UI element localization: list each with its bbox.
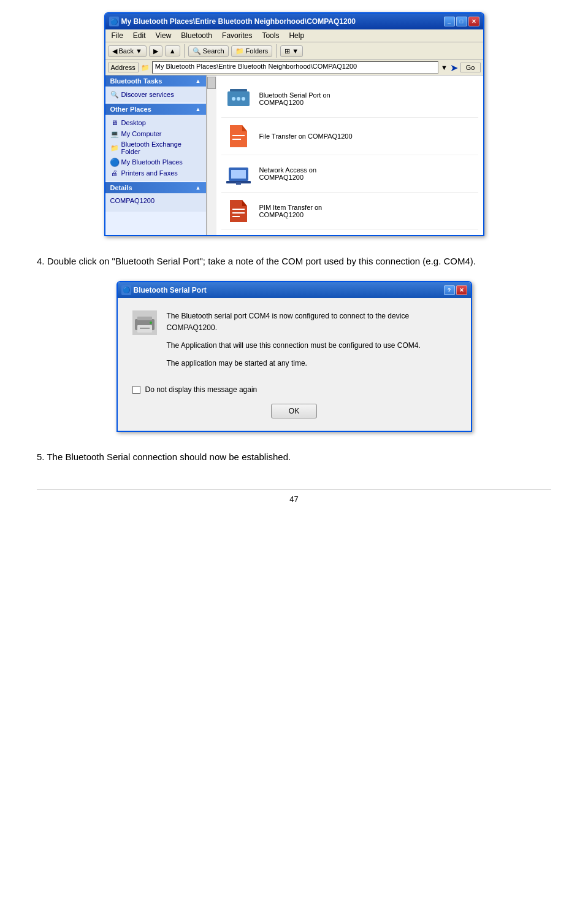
dialog-message-2: The Application that will use this conne… [167,340,456,352]
dialog-titlebar-controls: ? ✕ [444,285,467,295]
svg-rect-25 [140,328,150,329]
pim-sync-icon [224,234,253,235]
menu-view[interactable]: View [153,31,174,40]
step5-number: 5. [37,452,45,462]
back-button[interactable]: ◀ Back ▼ [108,45,147,57]
forward-icon: ▶ [153,47,158,55]
dialog-icon-row: The Bluetooth serial port COM4 is now co… [132,310,456,376]
svg-point-2 [232,97,235,101]
toolbar-separator-2 [276,44,277,58]
bluetooth-places-label: My Bluetooth Places [121,158,183,166]
discover-services-icon: 🔍 [110,90,119,99]
dialog-text-block: The Bluetooth serial port COM4 is now co… [167,310,456,376]
dialog-checkbox[interactable] [132,386,140,394]
bluetooth-tasks-label: Bluetooth Tasks [110,77,162,85]
serial-port-label: Bluetooth Serial Port onCOMPAQ1200 [259,91,330,106]
sidebar-item-compaq: COMPAQ1200 [109,196,202,206]
svg-marker-14 [242,200,247,206]
menu-edit[interactable]: Edit [131,31,148,40]
sidebar-item-bluetooth-exchange[interactable]: 📁 Bluetooth Exchange Folder [109,139,202,156]
svg-rect-1 [230,89,247,91]
menu-file[interactable]: File [109,31,126,40]
sidebar: Bluetooth Tasks ▲ 🔍 Discover services Ot… [105,75,207,235]
sidebar-section-header-other-places[interactable]: Other Places ▲ [105,104,206,115]
sidebar-item-discover-services[interactable]: 🔍 Discover services [109,89,202,100]
menu-tools[interactable]: Tools [259,31,281,40]
back-arrow: ▼ [136,47,142,55]
dialog-ok-button[interactable]: OK [271,404,317,418]
address-dropdown-icon[interactable]: ▼ [441,64,448,71]
folders-label: Folders [246,47,269,55]
views-button[interactable]: ⊞ ▼ [280,45,303,57]
content-item-network-access[interactable]: Network Access onCOMPAQ1200 [221,155,478,193]
step5-content: The Bluetooth Serial connection should n… [47,452,291,462]
search-icon: 🔍 [193,47,201,55]
address-arrow-icon: ➤ [450,62,458,74]
sidebar-item-my-computer[interactable]: 💻 My Computer [109,128,202,139]
forward-button[interactable]: ▶ [149,45,162,57]
up-button[interactable]: ▲ [165,45,180,56]
go-button[interactable]: Go [460,63,481,72]
sidebar-item-bluetooth-places[interactable]: 🔵 My Bluetooth Places [109,156,202,167]
window-menubar: File Edit View Bluetooth Favorites Tools… [105,29,483,42]
views-icon: ⊞ [284,47,290,55]
back-icon: ◀ [112,47,117,55]
svg-point-26 [150,321,152,324]
window-titlebar: 🔵 My Bluetooth Places\Entire Bluetooth N… [105,13,483,29]
svg-rect-7 [232,135,245,136]
dialog-button-row: OK [132,404,456,418]
details-label: Details [110,184,132,191]
sidebar-scrollbar[interactable] [207,75,216,235]
bluetooth-exchange-icon: 📁 [110,144,119,152]
address-label: Address [108,63,139,72]
folders-button[interactable]: 📁 Folders [231,45,273,57]
address-folder-icon: 📁 [141,64,150,72]
dialog-window: 🔵 Bluetooth Serial Port ? ✕ [116,281,472,433]
folders-icon: 📁 [235,47,244,55]
toolbar-separator-1 [184,44,185,58]
svg-rect-16 [232,212,245,214]
titlebar-left: 🔵 My Bluetooth Places\Entire Bluetooth N… [109,17,356,26]
dialog-printer-icon [132,310,157,335]
up-icon: ▲ [169,47,176,55]
window-body: Bluetooth Tasks ▲ 🔍 Discover services Ot… [105,75,483,235]
sidebar-section-header-details[interactable]: Details ▲ [105,182,206,193]
bluetooth-tasks-chevron: ▲ [196,78,201,84]
menu-help[interactable]: Help [286,31,307,40]
menu-favorites[interactable]: Favorites [220,31,254,40]
sidebar-item-desktop[interactable]: 🖥 Desktop [109,117,202,128]
window-icon: 🔵 [109,17,119,26]
details-content: COMPAQ1200 [105,193,206,212]
minimize-button[interactable]: _ [444,17,455,26]
explorer-window: 🔵 My Bluetooth Places\Entire Bluetooth N… [104,12,484,236]
content-item-file-transfer[interactable]: File Transfer on COMPAQ1200 [221,118,478,155]
close-button[interactable]: ✕ [468,17,479,26]
svg-rect-15 [232,209,245,210]
dialog-close-button[interactable]: ✕ [456,285,467,295]
network-access-icon [224,159,253,188]
titlebar-controls: _ □ ✕ [444,17,479,26]
content-item-pim-item[interactable]: PIM Item Transfer onCOMPAQ1200 [221,193,478,230]
sidebar-item-printers-faxes[interactable]: 🖨 Printers and Faxes [109,167,202,179]
dialog-titlebar: 🔵 Bluetooth Serial Port ? ✕ [118,282,471,298]
svg-marker-6 [242,125,247,131]
dialog-title: Bluetooth Serial Port [134,286,207,295]
content-item-pim-sync[interactable]: PIM Synchronization onCOMPAQ1200 [221,230,478,235]
search-button[interactable]: 🔍 Search [188,45,229,57]
dialog-help-button[interactable]: ? [444,285,455,295]
svg-rect-8 [232,139,241,140]
bluetooth-places-icon: 🔵 [110,158,119,166]
serial-port-icon [224,84,253,114]
content-item-serial-port[interactable]: Bluetooth Serial Port onCOMPAQ1200 [221,80,478,118]
views-arrow: ▼ [292,47,299,55]
address-input[interactable]: My Bluetooth Places\Entire Bluetooth Nei… [152,61,438,74]
menu-bluetooth[interactable]: Bluetooth [178,31,215,40]
search-label: Search [203,47,224,55]
dialog-title-icon: 🔵 [121,285,131,295]
sidebar-section-header-bluetooth-tasks[interactable]: Bluetooth Tasks ▲ [105,75,206,87]
svg-rect-11 [231,170,246,179]
dialog-titlebar-left: 🔵 Bluetooth Serial Port [121,285,207,295]
window-title: My Bluetooth Places\Entire Bluetooth Nei… [121,17,356,26]
maximize-button[interactable]: □ [456,17,467,26]
back-label: Back [119,47,134,55]
